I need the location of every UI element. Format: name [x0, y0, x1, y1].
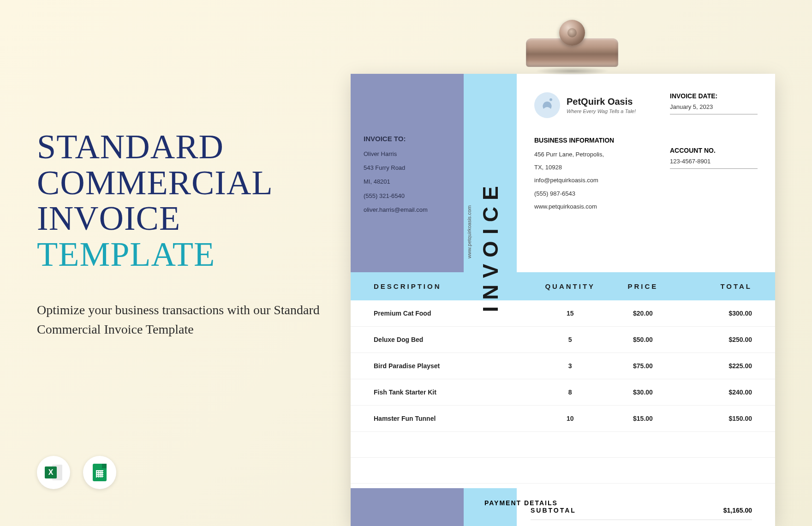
cell-description: Deluxe Dog Bed — [374, 336, 534, 343]
title-line-1: STANDARD — [37, 129, 323, 165]
table-row — [351, 458, 775, 484]
col-price: PRICE — [607, 282, 680, 290]
account-no-value: 123-4567-8901 — [670, 158, 758, 169]
cell-quantity: 15 — [534, 310, 607, 317]
payment-panel-bg — [351, 488, 464, 526]
subtotal-label: SUBTOTAL — [531, 507, 576, 514]
biz-email: info@petquirkoasis.com — [534, 176, 651, 185]
table-row: Premium Cat Food15$20.00$300.00 — [351, 300, 775, 327]
invoice-date-label: INVOICE DATE: — [670, 92, 758, 100]
to-city: MI, 48201 — [364, 178, 451, 186]
cell-description: Fish Tank Starter Kit — [374, 389, 534, 396]
table-row: Bird Paradise Playset3$75.00$225.00 — [351, 353, 775, 379]
brand-logo-icon — [534, 92, 560, 118]
title-line-3: INVOICE — [37, 201, 323, 237]
subtitle: Optimize your business transactions with… — [37, 300, 323, 339]
table-row: Fish Tank Starter Kit8$30.00$240.00 — [351, 379, 775, 406]
payment-banner-bg — [464, 488, 517, 526]
svg-point-0 — [549, 98, 552, 101]
to-street: 543 Furry Road — [364, 164, 451, 172]
cell-description: Hamster Fun Tunnel — [374, 415, 534, 422]
invoice-to-panel: INVOICE TO: Oliver Harris 543 Furry Road… — [351, 74, 464, 272]
cell-price: $20.00 — [607, 310, 680, 317]
account-no-label: ACCOUNT NO. — [670, 147, 758, 154]
to-name: Oliver Harris — [364, 150, 451, 158]
cell-description: Bird Paradise Playset — [374, 362, 534, 370]
cell-total: $250.00 — [679, 336, 752, 343]
hero-text: STANDARD COMMERCIAL INVOICE TEMPLATE Opt… — [37, 129, 323, 339]
line-items-table: DESCRIPTION QUANTITY PRICE TOTAL Premium… — [351, 272, 775, 484]
brand-name: PetQuirk Oasis — [567, 96, 636, 107]
cell-quantity: 8 — [534, 389, 607, 396]
binder-clip-graphic — [526, 16, 618, 76]
cell-description: Premium Cat Food — [374, 310, 534, 317]
col-description: DESCRIPTION — [374, 282, 534, 290]
brand-tagline: Where Every Wag Tells a Tale! — [567, 108, 636, 114]
format-icons — [37, 456, 116, 489]
invoice-date-value: January 5, 2023 — [670, 103, 758, 114]
to-email: oliver.harris@email.com — [364, 206, 451, 214]
payment-details-label: PAYMENT DETAILS — [484, 499, 558, 507]
cell-price: $30.00 — [607, 389, 680, 396]
business-info-label: BUSINESS INFORMATION — [534, 137, 651, 144]
table-header: DESCRIPTION QUANTITY PRICE TOTAL — [351, 272, 775, 300]
table-row: Hamster Fun Tunnel10$15.00$150.00 — [351, 406, 775, 432]
cell-price: $15.00 — [607, 415, 680, 422]
col-quantity: QUANTITY — [534, 282, 607, 290]
invoice-vertical-label: INVOICE — [478, 179, 503, 312]
table-row — [351, 432, 775, 458]
excel-icon — [37, 456, 70, 489]
title-line-2: COMMERCIAL — [37, 165, 323, 201]
cell-quantity: 5 — [534, 336, 607, 343]
cell-price: $75.00 — [607, 362, 680, 370]
cell-quantity: 10 — [534, 415, 607, 422]
cell-total: $240.00 — [679, 389, 752, 396]
biz-web: www.petquirkoasis.com — [534, 203, 651, 211]
biz-street: 456 Purr Lane, Petropolis, — [534, 150, 651, 159]
biz-phone: (555) 987-6543 — [534, 190, 651, 198]
cell-total: $150.00 — [679, 415, 752, 422]
cell-total: $225.00 — [679, 362, 752, 370]
invoice-document: INVOICE TO: Oliver Harris 543 Furry Road… — [351, 74, 775, 526]
invoice-to-label: INVOICE TO: — [364, 134, 451, 143]
cell-quantity: 3 — [534, 362, 607, 370]
biz-city: TX, 10928 — [534, 163, 651, 172]
cell-total: $300.00 — [679, 310, 752, 317]
invoice-banner: www.petquirkoasis.com INVOICE — [464, 74, 517, 272]
col-total: TOTAL — [679, 282, 752, 290]
google-sheets-icon — [83, 456, 116, 489]
vertical-url: www.petquirkoasis.com — [466, 205, 472, 258]
table-row: Deluxe Dog Bed5$50.00$250.00 — [351, 327, 775, 353]
to-phone: (555) 321-6540 — [364, 192, 451, 200]
cell-price: $50.00 — [607, 336, 680, 343]
subtotal-value: $1,165.00 — [723, 507, 752, 514]
title-line-4: TEMPLATE — [37, 237, 323, 273]
